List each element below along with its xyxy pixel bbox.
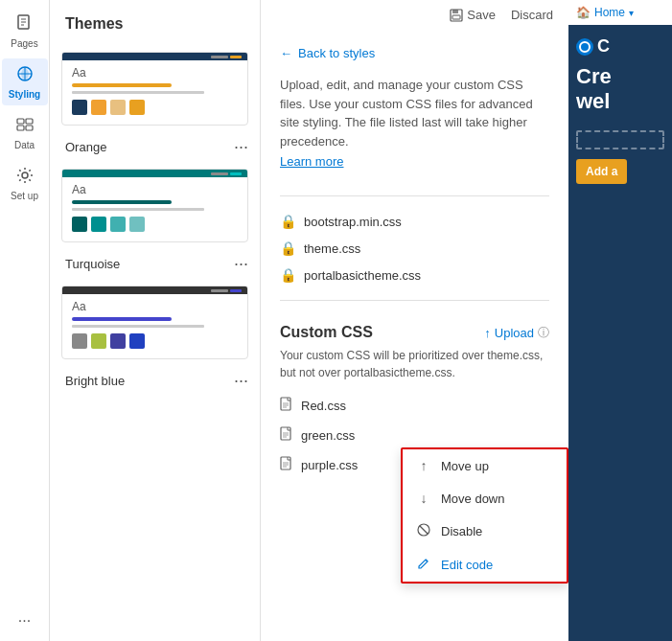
green-file-name: green.css	[301, 428, 355, 443]
orange-more-button[interactable]: ···	[234, 137, 248, 157]
custom-css-title: Custom CSS	[280, 324, 373, 341]
svg-point-11	[22, 172, 28, 178]
svg-line-28	[420, 526, 428, 534]
sidebar-item-styling[interactable]: Styling	[2, 58, 48, 105]
sidebar-item-data[interactable]: Data	[2, 109, 48, 156]
save-button[interactable]: Save	[450, 8, 496, 22]
custom-css-info: Your custom CSS will be prioritized over…	[280, 347, 549, 381]
context-menu: ↑ Move up ↓ Move down Disable Ed	[401, 447, 568, 584]
move-down-icon: ↓	[416, 491, 431, 506]
purple-file-icon	[280, 456, 293, 474]
edit-code-icon	[416, 557, 431, 573]
svg-line-30	[426, 560, 428, 561]
preview-c-letter: C	[597, 36, 610, 57]
back-label: Back to styles	[298, 46, 375, 60]
preview-panel: 🏠 Home ▾ C Crewel Add a	[568, 0, 672, 641]
portalbasic-file-name: portalbasictheme.css	[304, 268, 421, 283]
more-menu[interactable]: ···	[18, 612, 31, 641]
bright-blue-aa-label: Aa	[72, 300, 238, 313]
preview-title: Crewel	[576, 64, 664, 115]
turquoise-theme-name: Turquoise	[65, 257, 120, 271]
pages-icon	[15, 13, 35, 35]
preview-body: C Crewel Add a	[568, 25, 672, 641]
preview-radio-row: C	[576, 36, 664, 57]
discard-button[interactable]: Discard	[511, 8, 553, 22]
back-arrow-icon: ←	[280, 46, 292, 60]
divider-1	[280, 195, 549, 196]
sidebar-nav: Pages Styling Data	[0, 0, 50, 641]
theme-card-bright-blue[interactable]: Aa	[61, 286, 248, 359]
orange-swatches	[72, 100, 238, 115]
svg-rect-14	[452, 15, 460, 19]
themes-header: Themes	[50, 0, 260, 44]
setup-icon	[15, 166, 35, 188]
context-menu-move-up[interactable]: ↑ Move up	[403, 449, 567, 482]
context-menu-disable[interactable]: Disable	[403, 515, 567, 548]
sidebar-item-setup-label: Set up	[11, 191, 38, 201]
red-file-row: Red.css	[280, 391, 549, 421]
sidebar-item-pages[interactable]: Pages	[2, 8, 48, 55]
toolbar: Save Discard	[434, 0, 568, 30]
bright-blue-swatches	[72, 333, 238, 349]
red-file-name: Red.css	[301, 399, 346, 413]
upload-icon: ↑	[484, 326, 491, 340]
learn-more-link[interactable]: Learn more	[280, 154, 549, 169]
info-text: Upload, edit, and manage your custom CSS…	[280, 76, 549, 150]
preview-dashed-box	[576, 130, 664, 149]
svg-rect-19	[281, 427, 290, 440]
svg-rect-15	[281, 398, 290, 410]
turquoise-more-button[interactable]: ···	[234, 254, 248, 274]
green-file-row: green.css	[280, 421, 549, 450]
theme-card-orange[interactable]: Aa	[61, 52, 248, 126]
save-label: Save	[467, 8, 496, 22]
green-file-icon	[280, 426, 293, 445]
svg-rect-9	[26, 119, 33, 124]
sidebar-item-data-label: Data	[14, 140, 35, 150]
context-menu-move-down[interactable]: ↓ Move down	[403, 482, 567, 515]
home-icon: 🏠	[576, 6, 591, 19]
disable-label: Disable	[441, 524, 482, 538]
main-content: Save Discard ← Back to styles Upload, ed…	[261, 0, 568, 641]
portalbasic-file-icon: 🔒	[280, 267, 296, 283]
data-icon	[15, 115, 35, 137]
context-menu-edit-code[interactable]: Edit code	[403, 548, 567, 582]
orange-name-row: Orange ···	[50, 133, 260, 161]
svg-rect-10	[26, 126, 33, 130]
turquoise-aa-label: Aa	[72, 183, 238, 196]
bright-blue-name-row: Bright blue ···	[50, 367, 260, 395]
turquoise-swatches	[72, 217, 238, 232]
bootstrap-file-row: 🔒 bootstrap.min.css	[280, 208, 549, 235]
move-up-icon: ↑	[416, 458, 431, 473]
move-down-label: Move down	[441, 492, 504, 506]
preview-header: 🏠 Home ▾	[568, 0, 672, 25]
sidebar-item-styling-label: Styling	[9, 89, 40, 100]
radio-button	[576, 38, 593, 56]
divider-2	[280, 300, 549, 301]
themes-panel: Themes Aa Orange ··· Aa	[50, 0, 261, 641]
upload-button[interactable]: ↑ Upload ⓘ	[484, 325, 549, 341]
theme-file-name: theme.css	[304, 241, 360, 256]
svg-rect-7	[17, 119, 24, 124]
upload-label: Upload	[495, 326, 534, 340]
portalbasic-file-row: 🔒 portalbasictheme.css	[280, 262, 549, 288]
theme-file-row: 🔒 theme.css	[280, 235, 549, 262]
home-label: Home	[594, 6, 625, 19]
bootstrap-file-icon: 🔒	[280, 214, 296, 229]
theme-file-icon: 🔒	[280, 240, 296, 256]
preview-add-button: Add a	[576, 159, 627, 184]
red-file-icon	[280, 397, 293, 415]
move-up-label: Move up	[441, 459, 489, 473]
bright-blue-theme-name: Bright blue	[65, 374, 125, 388]
svg-rect-23	[281, 457, 290, 469]
theme-card-turquoise[interactable]: Aa	[61, 169, 248, 242]
info-icon: ⓘ	[538, 325, 549, 341]
bootstrap-file-name: bootstrap.min.css	[304, 215, 402, 229]
disable-icon	[416, 523, 431, 539]
bright-blue-more-button[interactable]: ···	[234, 371, 248, 391]
edit-code-label: Edit code	[441, 558, 493, 572]
turquoise-name-row: Turquoise ···	[50, 250, 260, 278]
sidebar-item-setup[interactable]: Set up	[2, 160, 48, 207]
sidebar-item-pages-label: Pages	[11, 38, 37, 49]
chevron-down-icon: ▾	[629, 8, 634, 18]
back-link[interactable]: ← Back to styles	[280, 46, 549, 60]
